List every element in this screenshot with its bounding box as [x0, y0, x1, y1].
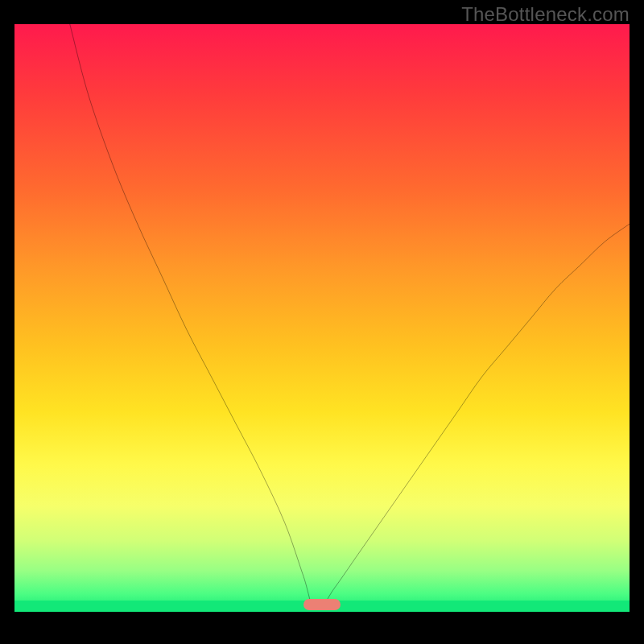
chart-frame: TheBottleneck.com — [0, 0, 644, 644]
bottleneck-marker — [303, 599, 341, 610]
bottleneck-curve — [14, 24, 630, 612]
watermark-text: TheBottleneck.com — [461, 3, 630, 26]
plot-area — [14, 24, 630, 612]
curve-path — [70, 24, 630, 612]
